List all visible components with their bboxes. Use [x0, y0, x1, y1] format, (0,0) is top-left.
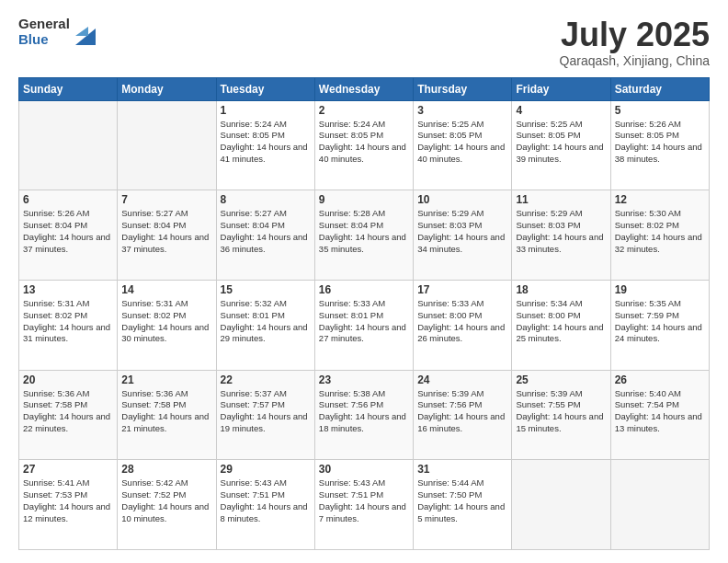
- day-number: 31: [417, 463, 507, 476]
- day-number: 21: [121, 373, 211, 386]
- cell-info: Sunrise: 5:33 AMSunset: 8:00 PMDaylight:…: [417, 298, 507, 345]
- cell-info: Sunrise: 5:25 AMSunset: 8:05 PMDaylight:…: [417, 119, 507, 166]
- cell-info: Sunrise: 5:24 AMSunset: 8:05 PMDaylight:…: [319, 119, 409, 166]
- day-number: 27: [23, 463, 113, 476]
- cell-info: Sunrise: 5:43 AMSunset: 7:51 PMDaylight:…: [221, 477, 311, 524]
- title-block: July 2025 Qaraqash, Xinjiang, China: [560, 17, 710, 68]
- day-number: 13: [23, 283, 113, 296]
- weekday-header: Thursday: [414, 77, 512, 100]
- day-number: 20: [23, 373, 113, 386]
- logo-blue: Blue: [18, 32, 70, 48]
- day-number: 15: [221, 283, 311, 296]
- day-number: 24: [417, 373, 507, 386]
- calendar-cell: 31Sunrise: 5:44 AMSunset: 7:50 PMDayligh…: [414, 460, 512, 550]
- cell-info: Sunrise: 5:31 AMSunset: 8:02 PMDaylight:…: [121, 298, 211, 345]
- calendar-week-row: 20Sunrise: 5:36 AMSunset: 7:58 PMDayligh…: [19, 370, 710, 460]
- calendar-cell: 19Sunrise: 5:35 AMSunset: 7:59 PMDayligh…: [610, 280, 709, 370]
- calendar-cell: 4Sunrise: 5:25 AMSunset: 8:05 PMDaylight…: [512, 100, 610, 190]
- cell-info: Sunrise: 5:34 AMSunset: 8:00 PMDaylight:…: [516, 298, 606, 345]
- day-number: 3: [417, 104, 507, 117]
- cell-info: Sunrise: 5:42 AMSunset: 7:52 PMDaylight:…: [121, 477, 211, 524]
- calendar-cell: 17Sunrise: 5:33 AMSunset: 8:00 PMDayligh…: [414, 280, 512, 370]
- cell-info: Sunrise: 5:40 AMSunset: 7:54 PMDaylight:…: [615, 388, 705, 435]
- calendar-cell: 3Sunrise: 5:25 AMSunset: 8:05 PMDaylight…: [414, 100, 512, 190]
- calendar-cell: 18Sunrise: 5:34 AMSunset: 8:00 PMDayligh…: [512, 280, 610, 370]
- day-number: 28: [121, 463, 211, 476]
- calendar-table: SundayMondayTuesdayWednesdayThursdayFrid…: [18, 77, 710, 550]
- cell-info: Sunrise: 5:44 AMSunset: 7:50 PMDaylight:…: [417, 477, 507, 524]
- weekday-header: Monday: [118, 77, 216, 100]
- calendar-cell: 15Sunrise: 5:32 AMSunset: 8:01 PMDayligh…: [216, 280, 314, 370]
- calendar-cell: 24Sunrise: 5:39 AMSunset: 7:56 PMDayligh…: [414, 370, 512, 460]
- day-number: 23: [319, 373, 409, 386]
- calendar-cell: 6Sunrise: 5:26 AMSunset: 8:04 PMDaylight…: [19, 190, 118, 281]
- cell-info: Sunrise: 5:37 AMSunset: 7:57 PMDaylight:…: [221, 388, 311, 435]
- calendar-cell: 7Sunrise: 5:27 AMSunset: 8:04 PMDaylight…: [118, 190, 216, 281]
- cell-info: Sunrise: 5:39 AMSunset: 7:55 PMDaylight:…: [516, 388, 606, 435]
- day-number: 30: [319, 463, 409, 476]
- cell-info: Sunrise: 5:26 AMSunset: 8:05 PMDaylight:…: [615, 119, 705, 166]
- logo: General Blue: [18, 17, 96, 47]
- cell-info: Sunrise: 5:25 AMSunset: 8:05 PMDaylight:…: [516, 119, 606, 166]
- month-title: July 2025: [560, 17, 710, 53]
- weekday-header: Sunday: [19, 77, 118, 100]
- day-number: 26: [615, 373, 705, 386]
- logo-general: General: [18, 17, 70, 32]
- header: General Blue July 2025 Qaraqash, Xinjian…: [18, 17, 710, 68]
- calendar-header-row: SundayMondayTuesdayWednesdayThursdayFrid…: [19, 77, 710, 100]
- calendar-cell: 13Sunrise: 5:31 AMSunset: 8:02 PMDayligh…: [19, 280, 118, 370]
- logo-icon: [75, 19, 96, 45]
- calendar-cell: 2Sunrise: 5:24 AMSunset: 8:05 PMDaylight…: [314, 100, 413, 190]
- day-number: 14: [121, 283, 211, 296]
- cell-info: Sunrise: 5:27 AMSunset: 8:04 PMDaylight:…: [121, 208, 211, 255]
- day-number: 17: [417, 283, 507, 296]
- cell-info: Sunrise: 5:36 AMSunset: 7:58 PMDaylight:…: [23, 388, 113, 435]
- day-number: 9: [319, 193, 409, 206]
- day-number: 1: [221, 104, 311, 117]
- cell-info: Sunrise: 5:27 AMSunset: 8:04 PMDaylight:…: [221, 208, 311, 255]
- calendar-cell: 28Sunrise: 5:42 AMSunset: 7:52 PMDayligh…: [118, 460, 216, 550]
- calendar-cell: 30Sunrise: 5:43 AMSunset: 7:51 PMDayligh…: [314, 460, 413, 550]
- calendar-cell: 27Sunrise: 5:41 AMSunset: 7:53 PMDayligh…: [19, 460, 118, 550]
- calendar-cell: 9Sunrise: 5:28 AMSunset: 8:04 PMDaylight…: [314, 190, 413, 281]
- day-number: 16: [319, 283, 409, 296]
- day-number: 7: [121, 193, 211, 206]
- day-number: 29: [221, 463, 311, 476]
- calendar-week-row: 6Sunrise: 5:26 AMSunset: 8:04 PMDaylight…: [19, 190, 710, 281]
- day-number: 4: [516, 104, 606, 117]
- weekday-header: Wednesday: [314, 77, 413, 100]
- calendar-cell: 25Sunrise: 5:39 AMSunset: 7:55 PMDayligh…: [512, 370, 610, 460]
- day-number: 25: [516, 373, 606, 386]
- cell-info: Sunrise: 5:43 AMSunset: 7:51 PMDaylight:…: [319, 477, 409, 524]
- calendar-cell: 12Sunrise: 5:30 AMSunset: 8:02 PMDayligh…: [610, 190, 709, 281]
- day-number: 8: [221, 193, 311, 206]
- day-number: 2: [319, 104, 409, 117]
- calendar-cell: 29Sunrise: 5:43 AMSunset: 7:51 PMDayligh…: [216, 460, 314, 550]
- calendar-cell: [19, 100, 118, 190]
- cell-info: Sunrise: 5:41 AMSunset: 7:53 PMDaylight:…: [23, 477, 113, 524]
- day-number: 18: [516, 283, 606, 296]
- day-number: 22: [221, 373, 311, 386]
- calendar-cell: 26Sunrise: 5:40 AMSunset: 7:54 PMDayligh…: [610, 370, 709, 460]
- calendar-week-row: 27Sunrise: 5:41 AMSunset: 7:53 PMDayligh…: [19, 460, 710, 550]
- location: Qaraqash, Xinjiang, China: [560, 53, 710, 68]
- cell-info: Sunrise: 5:38 AMSunset: 7:56 PMDaylight:…: [319, 388, 409, 435]
- calendar-cell: 5Sunrise: 5:26 AMSunset: 8:05 PMDaylight…: [610, 100, 709, 190]
- weekday-header: Tuesday: [216, 77, 314, 100]
- cell-info: Sunrise: 5:32 AMSunset: 8:01 PMDaylight:…: [221, 298, 311, 345]
- cell-info: Sunrise: 5:35 AMSunset: 7:59 PMDaylight:…: [615, 298, 705, 345]
- cell-info: Sunrise: 5:29 AMSunset: 8:03 PMDaylight:…: [516, 208, 606, 255]
- page: General Blue July 2025 Qaraqash, Xinjian…: [0, 0, 728, 563]
- calendar-week-row: 13Sunrise: 5:31 AMSunset: 8:02 PMDayligh…: [19, 280, 710, 370]
- day-number: 12: [615, 193, 705, 206]
- cell-info: Sunrise: 5:31 AMSunset: 8:02 PMDaylight:…: [23, 298, 113, 345]
- cell-info: Sunrise: 5:24 AMSunset: 8:05 PMDaylight:…: [221, 119, 311, 166]
- calendar-cell: 8Sunrise: 5:27 AMSunset: 8:04 PMDaylight…: [216, 190, 314, 281]
- calendar-cell: 20Sunrise: 5:36 AMSunset: 7:58 PMDayligh…: [19, 370, 118, 460]
- calendar-cell: 22Sunrise: 5:37 AMSunset: 7:57 PMDayligh…: [216, 370, 314, 460]
- weekday-header: Saturday: [610, 77, 709, 100]
- calendar-cell: 11Sunrise: 5:29 AMSunset: 8:03 PMDayligh…: [512, 190, 610, 281]
- calendar-cell: 1Sunrise: 5:24 AMSunset: 8:05 PMDaylight…: [216, 100, 314, 190]
- day-number: 5: [615, 104, 705, 117]
- weekday-header: Friday: [512, 77, 610, 100]
